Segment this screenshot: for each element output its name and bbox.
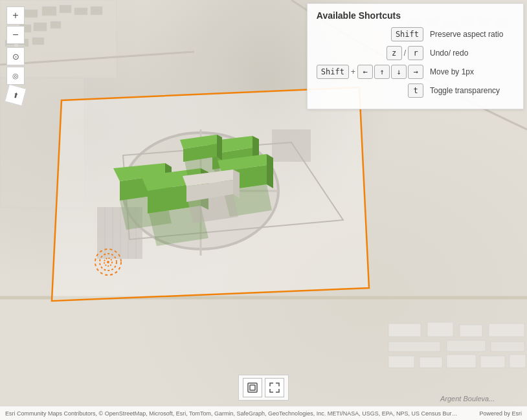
svg-rect-31 (480, 356, 505, 368)
svg-rect-5 (60, 5, 71, 13)
shortcut-desc-aspect: Preserve aspect ratio (430, 30, 514, 39)
svg-rect-28 (388, 356, 414, 368)
svg-rect-23 (460, 325, 482, 337)
shortcut-row-aspect: Shift Preserve aspect ratio (317, 27, 514, 41)
key-left: ← (357, 65, 373, 79)
shortcuts-panel: Available Shortcuts Shift Preserve aspec… (307, 3, 524, 109)
shortcut-row-move: Shift + ← ↑ ↓ → Move by 1px (317, 65, 514, 79)
svg-rect-10 (34, 23, 47, 31)
shortcut-row-undo: z / r Undo/ redo (317, 46, 514, 60)
zoom-out-button[interactable]: − (6, 26, 25, 44)
attribution-left: Esri Community Maps Contributors, © Open… (5, 410, 458, 417)
svg-rect-7 (91, 6, 102, 15)
shortcut-keys-move: Shift + ← ↑ ↓ → (317, 65, 423, 79)
key-t: t (408, 83, 423, 98)
svg-rect-32 (510, 355, 526, 368)
shortcut-row-transparency: t Toggle transparency (317, 83, 514, 98)
campus-structures (183, 170, 240, 223)
attribution-right: Powered by Esri (479, 410, 522, 417)
shortcuts-title: Available Shortcuts (317, 10, 514, 21)
shortcut-keys-undo: z / r (346, 46, 423, 60)
sep-slash: / (404, 49, 406, 58)
shortcut-desc-undo: Undo/ redo (430, 49, 514, 58)
svg-marker-64 (217, 135, 222, 160)
expand-button[interactable] (265, 378, 284, 397)
zoom-in-button[interactable]: + (6, 6, 25, 25)
key-shift-1: Shift (391, 27, 423, 41)
compass-button[interactable]: ⊙ (6, 47, 25, 65)
svg-rect-27 (491, 342, 524, 351)
svg-text:Argent Bouleva...: Argent Bouleva... (440, 395, 495, 403)
sep-plus: + (351, 67, 355, 76)
svg-rect-4 (42, 6, 56, 16)
frame-button[interactable] (243, 378, 262, 397)
shortcut-keys-aspect: Shift (346, 27, 423, 41)
svg-rect-14 (32, 38, 44, 45)
svg-rect-25 (388, 342, 440, 351)
key-z: z (387, 46, 402, 60)
svg-rect-26 (447, 340, 486, 351)
key-shift-2: Shift (317, 65, 349, 79)
svg-rect-74 (248, 383, 257, 392)
svg-rect-75 (250, 385, 255, 390)
key-up: ↑ (374, 65, 390, 79)
shortcut-keys-transparency: t (346, 83, 423, 98)
shortcut-desc-transparency: Toggle transparency (430, 86, 514, 95)
svg-marker-68 (233, 170, 240, 198)
svg-rect-22 (427, 322, 453, 337)
svg-rect-24 (489, 324, 524, 337)
svg-rect-11 (50, 21, 61, 28)
svg-marker-60 (267, 154, 273, 188)
north-button[interactable]: ⬆ (5, 84, 27, 106)
attribution-bar: Esri Community Maps Contributors, © Open… (0, 406, 527, 420)
key-r: r (408, 46, 423, 60)
svg-rect-6 (74, 8, 87, 15)
key-down: ↓ (391, 65, 407, 79)
svg-rect-29 (420, 357, 442, 368)
bottom-toolbar (238, 375, 289, 401)
locate-button[interactable]: ◎ (6, 67, 25, 85)
svg-rect-39 (272, 129, 311, 162)
shortcut-desc-move: Move by 1px (430, 67, 514, 76)
key-right: → (408, 65, 423, 79)
map-container[interactable]: Argent Bouleva... + − ⊙ ◎ ⬆ Available Sh… (0, 0, 527, 420)
svg-rect-30 (447, 355, 476, 368)
nav-controls: + − ⊙ ◎ ⬆ (6, 6, 25, 104)
svg-rect-3 (25, 10, 38, 17)
svg-rect-21 (388, 324, 421, 337)
svg-point-72 (107, 261, 109, 263)
